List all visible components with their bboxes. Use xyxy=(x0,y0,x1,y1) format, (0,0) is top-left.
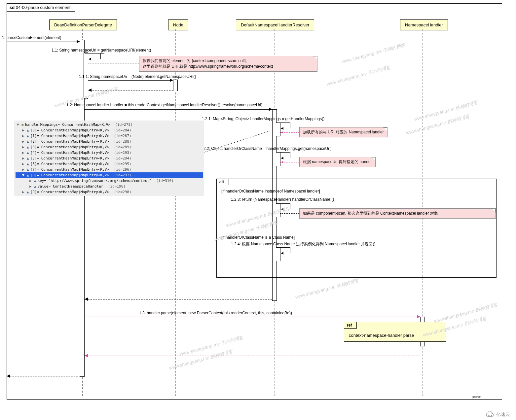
participant-delegate: BeanDefinitionParserDelegate xyxy=(49,19,117,30)
debug-row: ▶▲[4]= ConcurrentHashMap$MapEntry<K,V> (… xyxy=(16,150,203,156)
ref-frame: ref context-namespace-handler parse xyxy=(344,322,446,342)
activation-resolver-121 xyxy=(276,122,280,136)
msg-1: 1: parseCustomElement(element) xyxy=(2,35,61,40)
msg-121: 1.2.1: Map<String, Object> handlerMappin… xyxy=(202,117,324,121)
alt-guard-2: [if handlerOrClassName is a Class Name] xyxy=(221,235,295,240)
watermark: www.shangyang.me 伤神的博客 xyxy=(405,114,470,136)
debug-header: ▼◉ handlerMappings= ConcurrentHashMap<K,… xyxy=(16,122,203,127)
participant-resolver: DefaultNamespaceHandlerResolver xyxy=(236,19,314,30)
watermark: www.shangyang.me 伤神的博客 xyxy=(326,65,391,88)
alt-label: alt xyxy=(216,179,229,185)
svg-point-0 xyxy=(488,415,489,416)
watermark: www.shangyang.me 伤神的博客 xyxy=(341,42,406,65)
svg-point-2 xyxy=(491,415,492,416)
debug-row: ▶▲[0]= ConcurrentHashMap$MapEntry<K,V> (… xyxy=(16,127,203,133)
debug-row: ▶▲[3]= ConcurrentHashMap$MapEntry<K,V> (… xyxy=(16,144,203,150)
alt-guard-1: [if handlerOrClassName instanceof Namesp… xyxy=(221,189,320,193)
cloud-icon xyxy=(486,411,494,418)
powered-label: powe xyxy=(472,395,481,399)
msg-123: 1.2.3: return (NamespaceHandler) handler… xyxy=(231,197,334,202)
watermark: www.shangyang.me 伤神的博客 xyxy=(179,335,244,358)
ref-text: context-namespace-handler parse xyxy=(349,333,414,338)
debug-row: ▶▲[6]= ConcurrentHashMap$MapEntry<K,V> (… xyxy=(16,161,203,167)
debug-row: ▶▲[2]= ConcurrentHashMap$MapEntry<K,V> (… xyxy=(16,139,203,144)
msg-111: 1.1.1: String namespaceUri = (Node) elem… xyxy=(79,74,196,79)
watermark: www.shangyang.me 伤神的博客 xyxy=(295,278,360,300)
msg-124: 1.2.4: 根据 Namespace Class Name 进行实例化得到 N… xyxy=(231,241,375,247)
watermark: www.shangyang.me 伤神的博客 xyxy=(433,302,498,325)
ref-label: ref xyxy=(344,322,357,329)
svg-point-1 xyxy=(490,415,490,416)
debug-panel: ▼◉ handlerMappings= ConcurrentHashMap<K,… xyxy=(14,121,204,196)
note-123: 如果是 component-scan, 那么这里得到的是 ContextName… xyxy=(299,208,496,219)
alt-frame: alt [if handlerOrClassName instanceof Na… xyxy=(216,179,497,278)
note-122: 根据 namespaceUri 得到指定的 hander xyxy=(299,157,376,167)
watermark: www.shangyang.me 伤神的博客 xyxy=(414,100,479,122)
watermark: www.shangyang.me 伤神的博客 xyxy=(168,349,234,371)
note-element: 假设我们当前的 element 为 [context:component-sca… xyxy=(139,56,317,72)
activation-resolver-122 xyxy=(276,152,280,166)
debug-sub-row: ▶▲value= ContextNamespaceHandler (id=198… xyxy=(16,184,203,189)
debug-row: ▶▲[1]= ConcurrentHashMap$MapEntry<K,V> (… xyxy=(16,133,203,139)
msg-13: 1.3: handler.parse(element, new ParserCo… xyxy=(139,311,292,315)
diagram-title: sd 04-00-parse custom element xyxy=(7,3,75,12)
note-121: 加载所有的与 URI 对应的 NamespaceHandler xyxy=(299,127,387,137)
msg-11: 1.1: String namespaceUri = getNamespaceU… xyxy=(52,48,151,52)
sequence-diagram: sd 04-00-parse custom element BeanDefini… xyxy=(7,3,502,400)
msg-12: 1.2: NamespaceHandler handler = this.rea… xyxy=(66,103,262,107)
activation-node xyxy=(173,80,178,91)
footer-brand: 亿速云 xyxy=(486,411,510,418)
debug-row-selected: ▼▲[8]= ConcurrentHashMap$MapEntry<K,V> (… xyxy=(16,172,203,178)
debug-sub-row: ▶▲key= "http://www.springframework.org/s… xyxy=(16,178,203,184)
debug-row: ▶▲[5]= ConcurrentHashMap$MapEntry<K,V> (… xyxy=(16,156,203,161)
participant-handler: NamespaceHandler xyxy=(400,19,448,30)
participant-node: Node xyxy=(168,19,188,30)
debug-row: ▶▲[7]= ConcurrentHashMap$MapEntry<K,V> (… xyxy=(16,167,203,172)
debug-row: ▶▲[9]= ConcurrentHashMap$MapEntry<K,V> (… xyxy=(16,189,203,195)
